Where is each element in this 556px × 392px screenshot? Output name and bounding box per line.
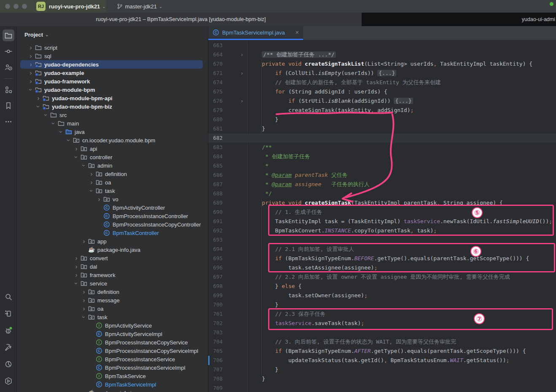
run-icon[interactable] <box>3 308 14 320</box>
line-number[interactable]: 698 <box>208 282 228 291</box>
tree-item-main[interactable]: ›main <box>17 119 208 128</box>
branch-widget[interactable]: master-jdk21 ⌄ <box>117 3 163 10</box>
bookmarks-icon[interactable] <box>3 100 14 112</box>
chevron-collapsed-icon[interactable]: › <box>80 288 88 296</box>
tree-item-bpmprocessinstancecopyserviceimpl[interactable]: CBpmProcessInstanceCopyServiceImpl <box>17 347 208 355</box>
code-line-664[interactable]: 664› /** 创建加签子任务 ...*/ <box>208 50 556 59</box>
tree-item-src[interactable]: ›src <box>17 111 208 119</box>
maximize-window-icon[interactable] <box>22 4 27 9</box>
tree-item-yudao-module-bpm[interactable]: ›yudao-module-bpm <box>17 85 208 94</box>
editor-tab[interactable]: C BpmTaskServiceImpl.java × <box>208 26 303 40</box>
pull-requests-icon[interactable] <box>3 61 14 73</box>
tree-item-package-info-java[interactable]: ☕package-info.java <box>17 389 208 392</box>
tree-item-bpmtaskservice[interactable]: IBpmTaskService <box>17 372 208 380</box>
chevron-expanded-icon[interactable]: › <box>72 279 81 288</box>
line-number[interactable]: 688 <box>208 189 228 198</box>
code-line-682[interactable]: 682 <box>208 133 556 143</box>
code-line-708[interactable]: 708 } <box>208 374 556 384</box>
tree-item-definition[interactable]: ›definition <box>17 288 208 296</box>
tree-item-package-info-java[interactable]: ☕package-info.java <box>17 245 208 254</box>
code-line-688[interactable]: 688 */ <box>208 189 556 198</box>
chevron-collapsed-icon[interactable]: › <box>72 254 81 262</box>
tree-item-bpmprocessinstanceserviceimpl[interactable]: CBpmProcessInstanceServiceImpl <box>17 363 208 372</box>
project-widget[interactable]: ruoyi-vue-pro-jdk21 <box>49 3 100 10</box>
tree-item-bpmprocessinstancecopycontroller[interactable]: CBpmProcessInstanceCopyController <box>17 220 208 229</box>
tree-item-admin[interactable]: ›admin <box>17 161 208 170</box>
tree-item-api[interactable]: ›api <box>17 144 208 153</box>
tree-item-bpmtaskserviceimpl[interactable]: CBpmTaskServiceImpl <box>17 380 208 389</box>
window-controls[interactable] <box>5 4 27 9</box>
code-line-700[interactable]: 700 } <box>208 300 556 309</box>
tree-item-java[interactable]: ›java <box>17 128 208 136</box>
chevron-expanded-icon[interactable]: › <box>49 119 58 128</box>
line-number[interactable]: 708 <box>208 374 228 384</box>
code-line-703[interactable]: 703 <box>208 328 556 337</box>
build-icon[interactable] <box>3 341 14 353</box>
code-line-695[interactable]: 695 if (BpmTaskSignTypeEnum.BEFORE.getTy… <box>208 254 556 263</box>
tree-item-definition[interactable]: ›definition <box>17 170 208 178</box>
code-line-679[interactable]: 679 createSignTask(taskEntity, addSignId… <box>208 106 556 115</box>
tree-item-bpmprocessinstanceservice[interactable]: IBpmProcessInstanceService <box>17 355 208 363</box>
line-number[interactable]: 680 <box>208 115 228 124</box>
code-line-674[interactable]: 674 // 创建加签人的新任务, 全部基于 taskEntity 为父任务来创… <box>208 78 556 87</box>
code-line-694[interactable]: 694 // 2.1 向前加签, 设置审批人 <box>208 245 556 254</box>
chevron-collapsed-icon[interactable]: › <box>27 43 35 52</box>
chevron-collapsed-icon[interactable]: › <box>72 144 81 153</box>
line-number[interactable]: 687 <box>208 180 228 189</box>
chevron-collapsed-icon[interactable]: › <box>27 69 35 77</box>
line-number[interactable]: 681 <box>208 124 228 133</box>
tree-item-cn-iocoder-yudao-module-bpm[interactable]: ›cn.iocoder.yudao.module.bpm <box>17 136 208 144</box>
code-line-697[interactable]: 697 // 2.2 向后加签, 设置 owner 不设置 assignee 是… <box>208 272 556 282</box>
tree-item-bpmactivityservice[interactable]: IBpmActivityService <box>17 321 208 330</box>
code-line-707[interactable]: 707 } <box>208 365 556 374</box>
code-line-690[interactable]: 690 // 1. 生成子任务 <box>208 208 556 217</box>
line-number[interactable]: 695 <box>208 254 228 263</box>
code-line-676[interactable]: 676› if (StrUtil.isBlank(addSignId)) {..… <box>208 96 556 106</box>
line-number[interactable]: 689 <box>208 198 228 208</box>
code-line-706[interactable]: 706 updateTaskStatus(task.getId(), BpmTa… <box>208 356 556 365</box>
line-number[interactable]: 704 <box>208 337 228 347</box>
line-number[interactable]: 703 <box>208 328 228 337</box>
tree-item-yudao-framework[interactable]: ›yudao-framework <box>17 77 208 85</box>
tree-item-oa[interactable]: ›oa <box>17 304 208 313</box>
line-number[interactable]: 671 <box>208 69 228 78</box>
tree-item-yudao-example[interactable]: ›yudao-example <box>17 69 208 77</box>
tree-item-dal[interactable]: ›dal <box>17 262 208 271</box>
chevron-collapsed-icon[interactable]: › <box>80 237 88 245</box>
minimize-window-icon[interactable] <box>13 4 19 9</box>
code-line-681[interactable]: 681 } <box>208 124 556 133</box>
line-number[interactable]: 670 <box>208 59 228 69</box>
project-icon[interactable] <box>3 29 14 41</box>
close-window-icon[interactable] <box>5 4 10 9</box>
code-line-696[interactable]: 696 task.setAssignee(assignee); <box>208 263 556 272</box>
close-icon[interactable]: × <box>295 29 299 35</box>
line-number[interactable]: 697 <box>208 272 228 282</box>
chevron-collapsed-icon[interactable]: › <box>95 195 103 203</box>
chevron-collapsed-icon[interactable]: › <box>72 271 81 279</box>
chevron-expanded-icon[interactable]: › <box>80 161 88 170</box>
structure-icon[interactable] <box>3 84 14 96</box>
line-number[interactable]: 663 <box>208 41 228 50</box>
tree-item-yudao-dependencies[interactable]: ›yudao-dependencies <box>17 60 208 69</box>
code-line-680[interactable]: 680 } <box>208 115 556 124</box>
commit-icon[interactable] <box>3 45 14 57</box>
search-icon[interactable] <box>3 291 14 303</box>
line-number[interactable]: 690 <box>208 208 228 217</box>
line-number[interactable]: 705 <box>208 347 228 356</box>
code-line-691[interactable]: 691 TaskEntityImpl task = (TaskEntityImp… <box>208 217 556 226</box>
code-line-705[interactable]: 705 if (BpmTaskSignTypeEnum.AFTER.getTyp… <box>208 347 556 356</box>
line-number[interactable]: 679 <box>208 106 228 115</box>
tree-item-task[interactable]: ›task <box>17 187 208 195</box>
line-number[interactable]: 692 <box>208 226 228 235</box>
fold-arrow-icon[interactable]: › <box>228 50 247 59</box>
line-number[interactable]: 702 <box>208 319 228 328</box>
line-number[interactable]: 686 <box>208 171 228 180</box>
tree-item-yudao-module-bpm-api[interactable]: ›yudao-module-bpm-api <box>17 94 208 102</box>
line-number[interactable]: 676 <box>208 96 228 106</box>
line-number[interactable]: 691 <box>208 217 228 226</box>
code-line-704[interactable]: 704 // 3. 向后前签, 设置子任务的状态为 WAIT, 因为需要等父任务… <box>208 337 556 347</box>
code-line-683[interactable]: 683 /** <box>208 143 556 152</box>
chevron-collapsed-icon[interactable]: › <box>27 52 35 60</box>
code-line-686[interactable]: 686 * @param parentTask 父任务 <box>208 171 556 180</box>
tree-item-bpmactivitycontroller[interactable]: CBpmActivityController <box>17 203 208 212</box>
